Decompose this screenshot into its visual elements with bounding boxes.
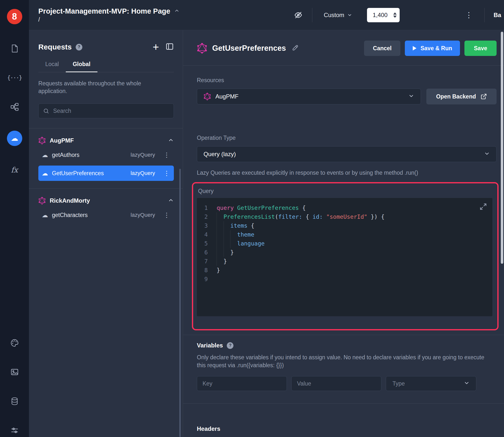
stepper-down-icon[interactable] xyxy=(393,16,397,18)
stepper-arrows[interactable] xyxy=(393,12,400,18)
chevron-down-icon xyxy=(484,151,490,158)
database-icon xyxy=(10,397,19,406)
variables-help-icon[interactable]: ? xyxy=(227,342,233,349)
search-placeholder: Search xyxy=(53,108,71,114)
cloud-icon: ☁ xyxy=(42,170,48,176)
operation-type-select[interactable]: Query (lazy) xyxy=(197,146,497,162)
request-menu-button[interactable]: ⋮ xyxy=(159,151,170,159)
palette-icon xyxy=(10,339,19,347)
external-link-icon xyxy=(481,93,487,100)
variables-title: Variables xyxy=(197,342,223,349)
request-item-getcharacters[interactable]: ☁ getCharacters lazyQuery ⋮ xyxy=(38,207,174,223)
chevron-up-icon xyxy=(168,137,174,143)
breakpoint-label: Custom xyxy=(324,12,344,19)
page-selector[interactable]: Project-Management-MVP: Home Page / xyxy=(38,7,180,23)
request-item-getauthors[interactable]: ☁ getAuthors lazyQuery ⋮ xyxy=(38,147,174,163)
panel-toggle-button[interactable] xyxy=(165,42,174,52)
request-menu-button[interactable]: ⋮ xyxy=(159,170,170,177)
pencil-icon xyxy=(292,44,299,51)
requests-description: Requests available throughout the whole … xyxy=(38,80,162,95)
query-label: Query xyxy=(198,188,492,194)
preview-visibility-button[interactable] xyxy=(294,11,302,19)
request-name: getCharacters xyxy=(52,212,88,218)
requests-nav-button-active[interactable]: ☁ xyxy=(7,131,22,146)
save-and-run-label: Save & Run xyxy=(420,45,452,52)
rename-button[interactable] xyxy=(292,44,299,52)
right-column: Project-Management-MVP: Home Page / Cust… xyxy=(29,0,504,437)
chevron-down-icon xyxy=(464,380,470,387)
logo-glyph: 8 xyxy=(12,11,17,22)
clipped-right-label[interactable]: Ba xyxy=(494,12,504,19)
main-scrollbar[interactable] xyxy=(501,32,503,264)
chevron-up-icon[interactable] xyxy=(174,8,180,14)
request-name: GetUserPreferences xyxy=(52,170,104,177)
page-path: / xyxy=(38,16,180,23)
components-nav-button[interactable] xyxy=(9,101,20,112)
headers-title: Headers xyxy=(197,425,497,432)
cloud-icon: ☁ xyxy=(42,152,48,158)
type-placeholder: Type xyxy=(392,380,405,387)
request-group-rickandmorty[interactable]: RickAndMorty xyxy=(38,197,174,204)
tab-local[interactable]: Local xyxy=(38,61,66,72)
topbar-menu-button[interactable]: ⋮ xyxy=(463,11,475,19)
collapse-group-button[interactable] xyxy=(168,137,174,144)
divider xyxy=(29,188,183,189)
graphql-icon xyxy=(38,137,46,144)
play-icon xyxy=(413,46,416,50)
theme-nav-button[interactable] xyxy=(9,338,20,348)
variables-key-field[interactable] xyxy=(197,376,287,391)
tab-global[interactable]: Global xyxy=(66,61,97,72)
request-group-augpmf[interactable]: AugPMF xyxy=(38,137,174,144)
panel-toggle-icon xyxy=(165,42,174,51)
search-icon xyxy=(43,108,49,114)
operation-type-label: Operation Type xyxy=(197,135,497,141)
canvas-width-stepper[interactable]: 1,400 xyxy=(367,8,400,22)
add-request-button[interactable]: + xyxy=(153,42,159,52)
requests-title: Requests xyxy=(38,43,72,51)
pages-nav-button[interactable] xyxy=(9,43,20,54)
functions-nav-button[interactable]: fx xyxy=(9,164,20,175)
save-and-run-button[interactable]: Save & Run xyxy=(405,41,460,56)
save-button[interactable]: Save xyxy=(464,41,497,56)
state-nav-button[interactable]: {···} xyxy=(9,72,20,83)
request-kind-badge: lazyQuery xyxy=(131,212,155,218)
topbar: Project-Management-MVP: Home Page / Cust… xyxy=(29,0,504,30)
canvas-width-value: 1,400 xyxy=(367,12,393,19)
variables-description: Only declare these variables if you inte… xyxy=(197,353,486,369)
resources-label: Resources xyxy=(197,77,497,84)
variables-type-select[interactable]: Type xyxy=(386,376,476,391)
request-menu-button[interactable]: ⋮ xyxy=(159,211,170,219)
request-item-getuserpreferences-selected[interactable]: ☁ GetUserPreferences lazyQuery ⋮ xyxy=(38,166,174,181)
query-code-editor[interactable]: 1query GetUserPreferences {2 Preferences… xyxy=(197,198,492,316)
request-editor: GetUserPreferences Cancel Save & Run Sav… xyxy=(183,30,504,437)
sliders-icon xyxy=(10,426,19,435)
graphql-icon xyxy=(204,93,211,100)
rail-bottom-group xyxy=(9,338,20,436)
app-logo[interactable]: 8 xyxy=(7,9,22,24)
stepper-up-icon[interactable] xyxy=(393,12,397,15)
expand-icon xyxy=(480,203,487,210)
search-input[interactable]: Search xyxy=(38,103,174,118)
chevron-up-icon xyxy=(168,197,174,203)
graphql-icon xyxy=(197,43,207,53)
requests-tabs: Local Global xyxy=(38,61,174,72)
requests-scrollbar[interactable] xyxy=(179,169,181,437)
code-braces-icon: {···} xyxy=(7,74,22,81)
expand-editor-button[interactable] xyxy=(480,203,487,213)
cancel-button[interactable]: Cancel xyxy=(364,41,400,56)
data-nav-button[interactable] xyxy=(9,396,20,407)
divider xyxy=(29,128,183,128)
open-backend-label: Open Backend xyxy=(436,93,476,100)
divider xyxy=(183,65,504,66)
settings-nav-button[interactable] xyxy=(9,425,20,436)
open-backend-button[interactable]: Open Backend xyxy=(426,89,497,104)
resource-select[interactable]: AugPMF xyxy=(197,89,421,104)
collapse-group-button[interactable] xyxy=(168,197,174,204)
requests-help-icon[interactable]: ? xyxy=(76,44,82,50)
sitemap-icon xyxy=(10,103,19,111)
assets-nav-button[interactable] xyxy=(9,367,20,378)
breakpoint-select[interactable]: Custom xyxy=(324,12,352,19)
rail-top-group: {···} ☁ fx xyxy=(7,43,22,175)
variables-value-field[interactable] xyxy=(291,376,381,391)
group-name: RickAndMorty xyxy=(50,197,90,204)
